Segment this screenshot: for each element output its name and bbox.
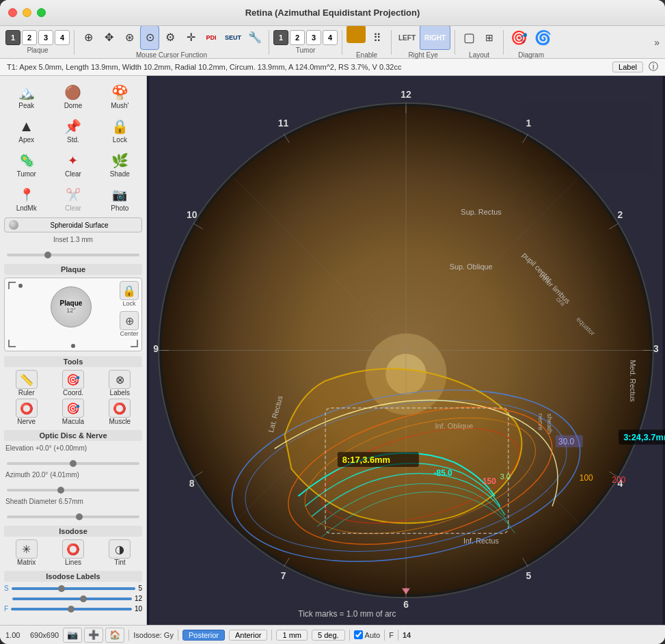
tool-mush[interactable]: 🍄 Mush' [98, 80, 142, 112]
status-div-5 [384, 630, 385, 641]
cursor-tool-9[interactable]: 🔧 [245, 25, 264, 50]
mid-value: 12 [135, 595, 142, 602]
tool-nerve[interactable]: ⭕ Nerve [4, 399, 49, 425]
plaque-center: Plaque 12° [23, 281, 120, 332]
tool-lock[interactable]: 🔒 Lock [98, 114, 142, 146]
cursor-tool-4[interactable]: ⊙ [140, 25, 159, 50]
plaque-num-2[interactable]: 2 [22, 30, 37, 45]
tool-std[interactable]: 📌 Std. [51, 114, 95, 146]
center-btn[interactable]: ⊕ Center [120, 311, 139, 337]
cursor-tool-1[interactable]: ⊕ [79, 25, 98, 50]
tool-photo[interactable]: 📷 Photo [98, 183, 142, 215]
tumor-num-2[interactable]: 2 [290, 30, 305, 45]
isodose-matrix[interactable]: ✳ Matrix [4, 539, 49, 566]
tool-lndmk[interactable]: 📍 LndMk [4, 183, 49, 215]
azimuth-slider[interactable] [7, 489, 139, 492]
tool-clear-2[interactable]: ✂️ Clear [51, 183, 95, 215]
cursor-tool-2[interactable]: ✥ [99, 25, 118, 50]
add-btn[interactable]: ➕ [84, 628, 103, 643]
minimize-button[interactable] [23, 8, 31, 17]
tool-labels[interactable]: ⊗ Labels [98, 370, 142, 397]
resolution: 690x690 [30, 631, 59, 639]
auto-checkbox-item: Auto [354, 630, 381, 639]
diagram-btn[interactable]: 🎯 [508, 25, 530, 50]
plaque-corner-bl [8, 338, 17, 348]
maximize-button[interactable] [37, 8, 46, 17]
s-value: 5 [138, 585, 142, 592]
sheath-slider[interactable] [7, 515, 139, 518]
plaque-num-4[interactable]: 4 [55, 30, 70, 45]
cursor-tool-3[interactable]: ⊛ [120, 25, 139, 50]
tool-macula[interactable]: 🎯 Macula [51, 399, 95, 425]
enable-btn-1[interactable] [347, 25, 366, 43]
screenshot-btn[interactable]: 📷 [63, 628, 82, 643]
tool-peak[interactable]: 🏔️ Peak [4, 80, 49, 112]
plaque-dial[interactable]: Plaque 12° [51, 286, 92, 327]
f-status-label: F [389, 631, 394, 639]
more-btn[interactable]: » [654, 37, 660, 48]
s-slider[interactable] [12, 587, 136, 590]
isodose-section-title: Isodose [4, 526, 142, 537]
status-div-6 [398, 630, 398, 641]
f-label: F [4, 605, 8, 613]
plaque-text: Plaque 12° [60, 299, 83, 314]
layout-grid-btn[interactable]: ⊞ [480, 25, 499, 50]
svg-text:10: 10 [187, 209, 198, 220]
status-bar: 1.00 690x690 📷 ➕ 🏠 Isodose: Gy Posterior… [0, 625, 665, 644]
isodose-tint[interactable]: ◑ Tint [98, 539, 142, 566]
cursor-tool-6[interactable]: ✛ [181, 25, 200, 50]
isodose-lines[interactable]: ⭕ Lines [51, 539, 95, 566]
svg-text:8:17,3.6mm: 8:17,3.6mm [342, 455, 390, 465]
canvas-area[interactable]: pupil center inner limbus ora equator Su… [147, 76, 665, 625]
tool-dome[interactable]: 🟤 Dome [51, 80, 95, 112]
surface-selector[interactable]: Spheroidal Surface [4, 217, 142, 232]
plaque-lock-btn[interactable]: 🔒 Lock [120, 281, 139, 307]
tool-tumor[interactable]: 🦠 Tumor [4, 148, 49, 180]
plaque-num-1[interactable]: 1 [5, 30, 21, 45]
diagram-spiral-btn[interactable]: 🌀 [532, 25, 554, 50]
elevation-slider[interactable] [7, 462, 139, 465]
isodose-labels-title: Isodose Labels [4, 571, 142, 582]
tool-coord[interactable]: 🎯 Coord. [51, 370, 95, 397]
spacing-btn[interactable]: 1 mm [276, 630, 308, 641]
info-right: Label ⓘ [612, 61, 658, 73]
anterior-btn[interactable]: Anterior [229, 630, 268, 641]
mid-slider[interactable] [12, 598, 132, 600]
right-eye-btn[interactable]: RIGHT [420, 25, 450, 50]
tool-muscle[interactable]: ⭕ Muscle [98, 399, 142, 425]
surface-dot [9, 220, 18, 230]
tool-shade[interactable]: 🌿 Shade [98, 148, 142, 180]
tumor-num-3[interactable]: 3 [306, 30, 321, 45]
posterior-btn[interactable]: Posterior [182, 630, 225, 641]
svg-text:12: 12 [401, 89, 411, 100]
plaque-num-3[interactable]: 3 [38, 30, 53, 45]
tumor-num-1[interactable]: 1 [273, 30, 288, 45]
home-btn[interactable]: 🏠 [105, 628, 124, 643]
layout-btn[interactable]: ▢ [459, 25, 478, 50]
labels-icon: ⊗ [109, 370, 131, 389]
tumor-num-4[interactable]: 4 [323, 30, 338, 45]
inset-slider[interactable] [7, 254, 139, 256]
info-icon[interactable]: ⓘ [649, 61, 658, 73]
enable-btn-2[interactable]: ⠿ [368, 25, 387, 50]
deg-btn[interactable]: 5 deg. [312, 630, 345, 641]
close-button[interactable] [8, 8, 17, 17]
label-button[interactable]: Label [612, 62, 643, 72]
plaque-center-btn[interactable]: ⊕ Center [120, 311, 139, 337]
cursor-tool-8[interactable]: SEUT [222, 25, 244, 50]
f-slider[interactable] [11, 608, 132, 611]
tool-clear-1[interactable]: ✦ Clear [51, 148, 95, 180]
cursor-tool-5[interactable]: ⚙ [161, 25, 180, 50]
tool-grid: 🏔️ Peak 🟤 Dome 🍄 Mush' ▲ Apex 📌 [4, 80, 142, 215]
peak-icon: 🏔️ [16, 83, 38, 102]
svg-text:8: 8 [189, 478, 195, 489]
cursor-tool-7[interactable]: PDI [202, 25, 221, 50]
std-icon: 📌 [62, 117, 84, 136]
tool-ruler[interactable]: 📏 Ruler [4, 370, 49, 397]
tool-apex[interactable]: ▲ Apex [4, 114, 49, 146]
auto-checkbox[interactable] [354, 630, 363, 639]
lndmk-icon: 📍 [16, 185, 38, 204]
left-eye-btn[interactable]: LEFT [396, 25, 418, 50]
zoom-level: 1.00 [5, 631, 26, 639]
azimuth-slider-container [4, 482, 142, 494]
